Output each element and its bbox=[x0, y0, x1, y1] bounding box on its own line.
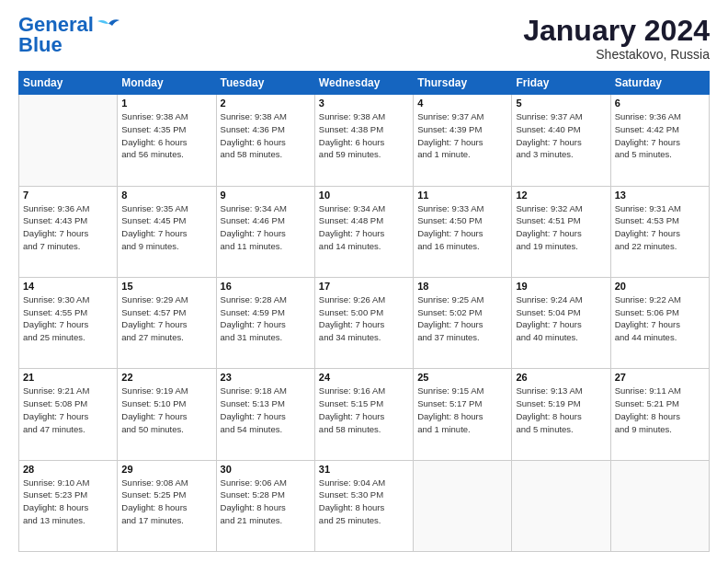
logo-text: General Blue bbox=[18, 15, 94, 55]
day-content: Sunrise: 9:36 AM Sunset: 4:42 PM Dayligh… bbox=[615, 110, 705, 161]
day-header-friday: Friday bbox=[512, 72, 610, 95]
day-number: 5 bbox=[516, 98, 606, 109]
day-number: 10 bbox=[319, 190, 409, 201]
day-number: 2 bbox=[221, 98, 311, 109]
title-block: January 2024 Shestakovo, Russia bbox=[523, 15, 710, 62]
day-content: Sunrise: 9:11 AM Sunset: 5:21 PM Dayligh… bbox=[615, 385, 705, 435]
calendar-cell: 6Sunrise: 9:36 AM Sunset: 4:42 PM Daylig… bbox=[610, 95, 709, 186]
calendar-cell bbox=[512, 460, 610, 551]
day-number: 28 bbox=[23, 464, 113, 475]
calendar-header-row: SundayMondayTuesdayWednesdayThursdayFrid… bbox=[19, 72, 710, 95]
day-number: 8 bbox=[121, 190, 211, 201]
calendar-cell: 10Sunrise: 9:34 AM Sunset: 4:48 PM Dayli… bbox=[314, 186, 413, 277]
day-content: Sunrise: 9:31 AM Sunset: 4:53 PM Dayligh… bbox=[615, 202, 705, 253]
day-header-thursday: Thursday bbox=[414, 72, 512, 95]
calendar-cell: 3Sunrise: 9:38 AM Sunset: 4:38 PM Daylig… bbox=[314, 95, 413, 186]
day-number: 11 bbox=[417, 190, 507, 201]
page: General Blue January 2024 Shestakovo, Ru… bbox=[0, 0, 728, 563]
day-content: Sunrise: 9:18 AM Sunset: 5:13 PM Dayligh… bbox=[221, 385, 311, 435]
day-number: 12 bbox=[516, 190, 606, 201]
day-content: Sunrise: 9:37 AM Sunset: 4:39 PM Dayligh… bbox=[417, 110, 507, 161]
calendar-cell bbox=[19, 95, 118, 186]
day-number: 13 bbox=[615, 190, 705, 201]
day-number: 23 bbox=[221, 372, 311, 383]
calendar-week-3: 14Sunrise: 9:30 AM Sunset: 4:55 PM Dayli… bbox=[19, 277, 710, 368]
day-content: Sunrise: 9:16 AM Sunset: 5:15 PM Dayligh… bbox=[319, 385, 409, 435]
calendar-cell: 29Sunrise: 9:08 AM Sunset: 5:25 PM Dayli… bbox=[118, 460, 216, 551]
day-content: Sunrise: 9:04 AM Sunset: 5:30 PM Dayligh… bbox=[319, 477, 409, 527]
day-content: Sunrise: 9:35 AM Sunset: 4:45 PM Dayligh… bbox=[121, 202, 211, 253]
day-number: 24 bbox=[319, 372, 409, 383]
day-number: 7 bbox=[23, 190, 113, 201]
calendar-cell: 8Sunrise: 9:35 AM Sunset: 4:45 PM Daylig… bbox=[118, 186, 216, 277]
day-header-monday: Monday bbox=[118, 72, 216, 95]
day-content: Sunrise: 9:26 AM Sunset: 5:00 PM Dayligh… bbox=[319, 293, 409, 344]
day-content: Sunrise: 9:13 AM Sunset: 5:19 PM Dayligh… bbox=[516, 385, 606, 435]
day-number: 21 bbox=[23, 372, 113, 383]
calendar-cell: 11Sunrise: 9:33 AM Sunset: 4:50 PM Dayli… bbox=[414, 186, 512, 277]
day-number: 4 bbox=[417, 98, 507, 109]
day-content: Sunrise: 9:33 AM Sunset: 4:50 PM Dayligh… bbox=[417, 202, 507, 253]
calendar-cell: 24Sunrise: 9:16 AM Sunset: 5:15 PM Dayli… bbox=[314, 369, 413, 460]
calendar-cell bbox=[414, 460, 512, 551]
day-content: Sunrise: 9:34 AM Sunset: 4:48 PM Dayligh… bbox=[319, 202, 409, 253]
day-content: Sunrise: 9:21 AM Sunset: 5:08 PM Dayligh… bbox=[23, 385, 113, 435]
month-title: January 2024 bbox=[523, 15, 710, 47]
logo: General Blue bbox=[18, 15, 121, 55]
calendar-cell: 30Sunrise: 9:06 AM Sunset: 5:28 PM Dayli… bbox=[216, 460, 314, 551]
calendar-cell bbox=[610, 460, 709, 551]
day-number: 22 bbox=[121, 372, 211, 383]
day-content: Sunrise: 9:30 AM Sunset: 4:55 PM Dayligh… bbox=[23, 293, 113, 344]
calendar-cell: 23Sunrise: 9:18 AM Sunset: 5:13 PM Dayli… bbox=[216, 369, 314, 460]
day-content: Sunrise: 9:37 AM Sunset: 4:40 PM Dayligh… bbox=[516, 110, 606, 161]
day-number: 31 bbox=[319, 464, 409, 475]
calendar-cell: 27Sunrise: 9:11 AM Sunset: 5:21 PM Dayli… bbox=[610, 369, 709, 460]
day-content: Sunrise: 9:25 AM Sunset: 5:02 PM Dayligh… bbox=[417, 293, 507, 344]
calendar-week-4: 21Sunrise: 9:21 AM Sunset: 5:08 PM Dayli… bbox=[19, 369, 710, 460]
day-number: 27 bbox=[615, 372, 705, 383]
calendar-cell: 19Sunrise: 9:24 AM Sunset: 5:04 PM Dayli… bbox=[512, 277, 610, 368]
calendar-cell: 22Sunrise: 9:19 AM Sunset: 5:10 PM Dayli… bbox=[118, 369, 216, 460]
calendar-cell: 17Sunrise: 9:26 AM Sunset: 5:00 PM Dayli… bbox=[314, 277, 413, 368]
day-header-saturday: Saturday bbox=[610, 72, 709, 95]
calendar: SundayMondayTuesdayWednesdayThursdayFrid… bbox=[18, 71, 710, 552]
day-number: 26 bbox=[516, 372, 606, 383]
calendar-cell: 4Sunrise: 9:37 AM Sunset: 4:39 PM Daylig… bbox=[414, 95, 512, 186]
day-content: Sunrise: 9:22 AM Sunset: 5:06 PM Dayligh… bbox=[615, 293, 705, 344]
day-content: Sunrise: 9:15 AM Sunset: 5:17 PM Dayligh… bbox=[417, 385, 507, 435]
day-number: 19 bbox=[516, 281, 606, 292]
calendar-cell: 13Sunrise: 9:31 AM Sunset: 4:53 PM Dayli… bbox=[610, 186, 709, 277]
day-number: 3 bbox=[319, 98, 409, 109]
day-number: 29 bbox=[121, 464, 211, 475]
calendar-cell: 21Sunrise: 9:21 AM Sunset: 5:08 PM Dayli… bbox=[19, 369, 118, 460]
day-content: Sunrise: 9:38 AM Sunset: 4:38 PM Dayligh… bbox=[319, 110, 409, 161]
logo-bird-icon bbox=[96, 17, 121, 37]
calendar-cell: 20Sunrise: 9:22 AM Sunset: 5:06 PM Dayli… bbox=[610, 277, 709, 368]
day-header-tuesday: Tuesday bbox=[216, 72, 314, 95]
calendar-week-5: 28Sunrise: 9:10 AM Sunset: 5:23 PM Dayli… bbox=[19, 460, 710, 551]
calendar-cell: 15Sunrise: 9:29 AM Sunset: 4:57 PM Dayli… bbox=[118, 277, 216, 368]
calendar-cell: 7Sunrise: 9:36 AM Sunset: 4:43 PM Daylig… bbox=[19, 186, 118, 277]
day-content: Sunrise: 9:08 AM Sunset: 5:25 PM Dayligh… bbox=[121, 477, 211, 527]
day-number: 9 bbox=[221, 190, 311, 201]
day-number: 16 bbox=[221, 281, 311, 292]
day-content: Sunrise: 9:32 AM Sunset: 4:51 PM Dayligh… bbox=[516, 202, 606, 253]
calendar-cell: 2Sunrise: 9:38 AM Sunset: 4:36 PM Daylig… bbox=[216, 95, 314, 186]
day-number: 30 bbox=[221, 464, 311, 475]
calendar-cell: 5Sunrise: 9:37 AM Sunset: 4:40 PM Daylig… bbox=[512, 95, 610, 186]
day-content: Sunrise: 9:38 AM Sunset: 4:35 PM Dayligh… bbox=[121, 110, 211, 161]
calendar-week-1: 1Sunrise: 9:38 AM Sunset: 4:35 PM Daylig… bbox=[19, 95, 710, 186]
day-number: 15 bbox=[121, 281, 211, 292]
day-number: 18 bbox=[417, 281, 507, 292]
day-content: Sunrise: 9:10 AM Sunset: 5:23 PM Dayligh… bbox=[23, 477, 113, 527]
calendar-cell: 25Sunrise: 9:15 AM Sunset: 5:17 PM Dayli… bbox=[414, 369, 512, 460]
day-content: Sunrise: 9:34 AM Sunset: 4:46 PM Dayligh… bbox=[221, 202, 311, 253]
day-content: Sunrise: 9:36 AM Sunset: 4:43 PM Dayligh… bbox=[23, 202, 113, 253]
day-number: 20 bbox=[615, 281, 705, 292]
calendar-cell: 18Sunrise: 9:25 AM Sunset: 5:02 PM Dayli… bbox=[414, 277, 512, 368]
day-content: Sunrise: 9:38 AM Sunset: 4:36 PM Dayligh… bbox=[221, 110, 311, 161]
day-content: Sunrise: 9:29 AM Sunset: 4:57 PM Dayligh… bbox=[121, 293, 211, 344]
calendar-cell: 14Sunrise: 9:30 AM Sunset: 4:55 PM Dayli… bbox=[19, 277, 118, 368]
day-content: Sunrise: 9:06 AM Sunset: 5:28 PM Dayligh… bbox=[221, 477, 311, 527]
calendar-cell: 12Sunrise: 9:32 AM Sunset: 4:51 PM Dayli… bbox=[512, 186, 610, 277]
